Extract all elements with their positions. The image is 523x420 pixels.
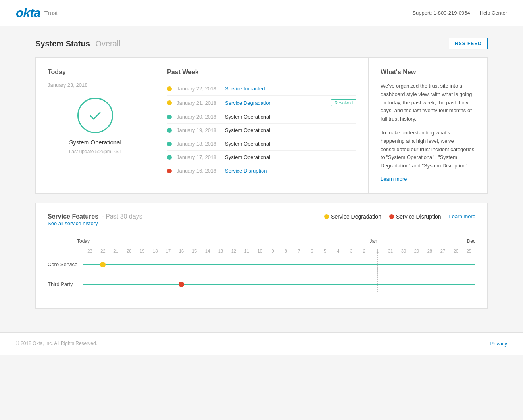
today-date: January 23, 2018 bbox=[48, 82, 87, 88]
whats-new-para2: To make understanding what's happening a… bbox=[381, 129, 475, 170]
week-dot bbox=[167, 169, 172, 173]
date-tick: 3 bbox=[345, 249, 358, 253]
rss-feed-button[interactable]: RSS FEED bbox=[449, 38, 488, 49]
chart-row: Third Party bbox=[48, 276, 475, 292]
incident-dot bbox=[179, 282, 184, 287]
week-status[interactable]: Service Impacted bbox=[225, 86, 356, 92]
legend-degradation-dot bbox=[324, 214, 329, 219]
logo-area: okta Trust bbox=[16, 6, 58, 20]
date-tick: 2 bbox=[358, 249, 371, 253]
date-tick: 22 bbox=[96, 249, 110, 253]
date-tick: 5 bbox=[319, 249, 332, 253]
chart-row-line-wrap bbox=[83, 276, 475, 292]
week-dot bbox=[167, 86, 172, 91]
week-dot bbox=[167, 128, 172, 133]
whats-new-card: What's New We've organized the trust sit… bbox=[368, 58, 487, 193]
date-tick: 18 bbox=[149, 249, 162, 253]
chart-row-line bbox=[83, 264, 475, 265]
service-header-row: Service Features - Past 30 days Service … bbox=[48, 213, 475, 220]
week-list-item: January 22, 2018Service Impacted bbox=[167, 82, 356, 96]
jan-month-label: Jan bbox=[369, 238, 377, 244]
today-label: Today bbox=[77, 238, 90, 244]
week-list-item: January 19, 2018System Operational bbox=[167, 124, 356, 137]
date-tick: 23 bbox=[83, 249, 96, 253]
week-status: System Operational bbox=[225, 114, 356, 120]
date-tick: 12 bbox=[227, 249, 240, 253]
service-learn-more-link[interactable]: Learn more bbox=[449, 213, 475, 219]
page-title: System Status Overall bbox=[35, 39, 121, 48]
service-features-sub: - Past 30 days bbox=[100, 213, 142, 220]
week-date: January 17, 2018 bbox=[177, 154, 220, 160]
legend-disruption-dot bbox=[389, 214, 394, 219]
legend-disruption: Service Disruption bbox=[389, 213, 441, 220]
date-tick: 19 bbox=[136, 249, 149, 253]
chart-row-line bbox=[83, 284, 475, 285]
date-tick: 29 bbox=[410, 249, 423, 253]
today-card: Today January 23, 2018 System Operationa… bbox=[36, 58, 155, 193]
week-date: January 16, 2018 bbox=[177, 168, 220, 174]
today-card-title: Today bbox=[48, 69, 66, 76]
jan-divider-line bbox=[377, 268, 378, 292]
week-status: System Operational bbox=[225, 141, 356, 147]
date-tick: 20 bbox=[123, 249, 136, 253]
week-status: System Operational bbox=[225, 127, 356, 133]
week-status[interactable]: Service Disruption bbox=[225, 168, 356, 174]
week-list-item: January 21, 2018Service DegradationResol… bbox=[167, 96, 356, 110]
week-date: January 22, 2018 bbox=[177, 86, 220, 92]
whats-new-learn-more-link[interactable]: Learn more bbox=[381, 176, 407, 182]
page-title-sub: Overall bbox=[95, 39, 120, 48]
legend-right: Service Degradation Service Disruption L… bbox=[324, 213, 475, 220]
week-status: System Operational bbox=[225, 154, 356, 160]
week-list-item: January 18, 2018System Operational bbox=[167, 137, 356, 151]
today-status-label: System Operational bbox=[69, 139, 121, 146]
date-tick: 31 bbox=[384, 249, 397, 253]
service-features-title: Service Features bbox=[48, 213, 98, 220]
date-tick: 21 bbox=[110, 249, 123, 253]
service-title-area: Service Features - Past 30 days bbox=[48, 213, 142, 220]
okta-logo: okta bbox=[16, 6, 40, 20]
date-tick: 9 bbox=[266, 249, 279, 253]
main-content: System Status Overall RSS FEED Today Jan… bbox=[27, 26, 496, 332]
resolved-badge: Resolved bbox=[331, 99, 356, 106]
header: okta Trust Support: 1-800-219-0964 Help … bbox=[0, 0, 523, 26]
date-tick: 17 bbox=[162, 249, 175, 253]
checkmark-icon bbox=[87, 107, 103, 123]
date-tick: 15 bbox=[188, 249, 201, 253]
chart-row: Core Service bbox=[48, 257, 475, 272]
date-tick: 28 bbox=[423, 249, 436, 253]
footer-privacy-link[interactable]: Privacy bbox=[490, 341, 507, 347]
top-cards-row: Today January 23, 2018 System Operationa… bbox=[35, 57, 488, 194]
header-right: Support: 1-800-219-0964 Help Center bbox=[412, 10, 507, 16]
help-center-link[interactable]: Help Center bbox=[480, 10, 507, 16]
footer-copyright: © 2018 Okta, Inc. All Rights Reserved. bbox=[16, 341, 97, 346]
checkmark-circle bbox=[77, 98, 113, 133]
footer: © 2018 Okta, Inc. All Rights Reserved. P… bbox=[0, 332, 523, 355]
date-tick: 8 bbox=[279, 249, 292, 253]
date-tick: 7 bbox=[292, 249, 306, 253]
see-service-history-link[interactable]: See all service history bbox=[48, 221, 98, 226]
dec-month-label: Dec bbox=[467, 238, 475, 244]
support-label: Support: 1-800-219-0964 bbox=[412, 10, 470, 16]
chart-top-labels: Today Jan Dec bbox=[83, 238, 475, 248]
today-last-update: Last update 5:26pm PST bbox=[69, 149, 122, 154]
week-date: January 19, 2018 bbox=[177, 127, 220, 133]
week-date: January 20, 2018 bbox=[177, 114, 220, 120]
timeline-chart: Today Jan Dec 23222120191817161514131211… bbox=[48, 234, 475, 292]
week-dot bbox=[167, 142, 172, 146]
section-title-row: System Status Overall RSS FEED bbox=[35, 38, 488, 49]
week-list-item: January 17, 2018System Operational bbox=[167, 151, 356, 164]
week-status[interactable]: Service Degradation bbox=[225, 100, 326, 106]
week-dot bbox=[167, 155, 172, 160]
week-list-item: January 20, 2018System Operational bbox=[167, 110, 356, 124]
chart-row-label: Third Party bbox=[48, 281, 83, 287]
past-week-title: Past Week bbox=[167, 69, 356, 76]
date-tick: 25 bbox=[462, 249, 475, 253]
week-date: January 18, 2018 bbox=[177, 141, 220, 147]
chart-row-line-wrap bbox=[83, 257, 475, 272]
date-tick: 6 bbox=[306, 249, 319, 253]
today-status-icon-wrap: System Operational Last update 5:26pm PS… bbox=[48, 98, 143, 154]
week-list-item: January 16, 2018Service Disruption bbox=[167, 164, 356, 177]
chart-rows: Core ServiceThird Party bbox=[48, 257, 475, 292]
date-axis: 2322212019181716151413121110987654321313… bbox=[83, 249, 475, 253]
legend-disruption-label: Service Disruption bbox=[396, 213, 441, 220]
